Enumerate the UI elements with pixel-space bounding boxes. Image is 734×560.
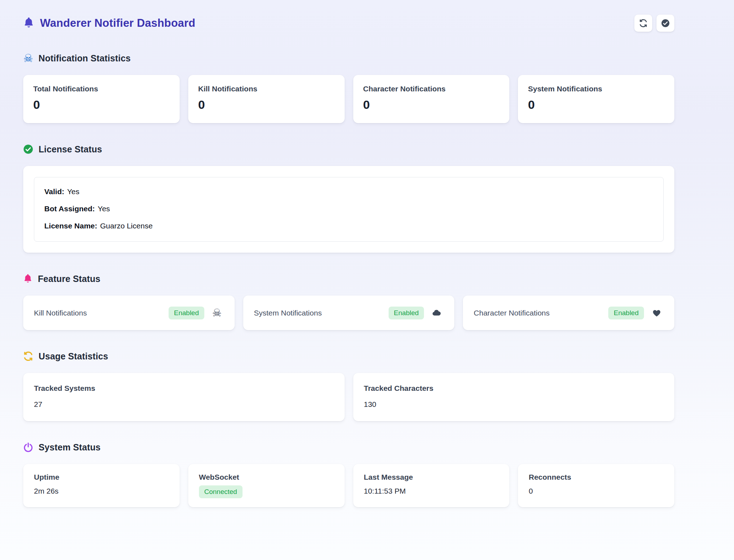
section-usage-statistics: Usage Statistics Tracked Systems 27 Trac… <box>23 350 674 421</box>
heart-icon <box>652 308 661 318</box>
usage-card-tracked-characters: Tracked Characters 130 <box>353 373 675 421</box>
feature-label: System Notifications <box>254 309 322 317</box>
refresh-button[interactable] <box>634 15 652 32</box>
sync-icon <box>639 19 648 27</box>
skull-crossbones-icon: ☠ <box>23 53 33 64</box>
bell-icon <box>23 274 33 284</box>
stat-label: Total Notifications <box>33 85 170 93</box>
system-card-uptime: Uptime 2m 26s <box>23 464 180 507</box>
section-notification-statistics: ☠ Notification Statistics Total Notifica… <box>23 52 674 123</box>
system-value: 0 <box>529 487 664 495</box>
section-heading: Feature Status <box>23 273 674 285</box>
title-wrap: Wanderer Notifier Dashboard <box>23 17 195 30</box>
feature-card-character-notifications: Character Notifications Enabled <box>463 296 674 330</box>
license-field-label: Valid: <box>44 187 64 196</box>
license-field-value: Guarzo License <box>100 222 153 230</box>
stat-value: 0 <box>528 98 664 112</box>
system-label: Last Message <box>364 473 499 481</box>
license-name-row: License Name:Guarzo License <box>44 221 653 230</box>
license-card: Valid:Yes Bot Assigned:Yes License Name:… <box>23 166 674 253</box>
sync-icon <box>23 351 33 361</box>
license-field-label: Bot Assigned: <box>44 205 95 213</box>
system-value: 2m 26s <box>34 487 169 495</box>
stat-label: Character Notifications <box>363 85 500 93</box>
license-field-value: Yes <box>98 205 110 213</box>
header-actions <box>634 15 674 32</box>
status-badge: Enabled <box>169 307 204 319</box>
usage-value: 130 <box>364 400 664 409</box>
section-heading: ☠ Notification Statistics <box>23 52 674 64</box>
skull-crossbones-icon: ☠ <box>212 308 222 318</box>
websocket-status-badge: Connected <box>199 485 243 498</box>
dashboard-page: Wanderer Notifier Dashboard <box>0 0 734 560</box>
section-title: System Status <box>39 442 101 453</box>
section-heading: System Status <box>23 441 674 453</box>
stat-card-system-notifications: System Notifications 0 <box>518 75 674 123</box>
system-label: Uptime <box>34 473 169 481</box>
check-circle-icon <box>661 19 670 27</box>
stat-card-kill-notifications: Kill Notifications 0 <box>188 75 345 123</box>
feature-card-system-notifications: System Notifications Enabled <box>243 296 455 330</box>
stat-value: 0 <box>33 98 170 112</box>
stat-card-total-notifications: Total Notifications 0 <box>23 75 180 123</box>
cloud-icon <box>432 308 441 318</box>
status-badge: Enabled <box>608 307 644 319</box>
section-feature-status: Feature Status Kill Notifications Enable… <box>23 273 674 330</box>
stat-label: System Notifications <box>528 85 664 93</box>
license-details-box: Valid:Yes Bot Assigned:Yes License Name:… <box>34 177 664 242</box>
feature-label: Kill Notifications <box>34 309 87 317</box>
section-title: Feature Status <box>38 274 100 284</box>
license-field-value: Yes <box>67 187 79 196</box>
section-title: License Status <box>39 144 102 155</box>
status-badge: Enabled <box>389 307 424 319</box>
feature-card-kill-notifications: Kill Notifications Enabled ☠ <box>23 296 235 330</box>
page-title: Wanderer Notifier Dashboard <box>40 17 195 30</box>
stat-value: 0 <box>198 98 335 112</box>
check-circle-icon <box>23 144 33 154</box>
stat-label: Kill Notifications <box>198 85 335 93</box>
section-title: Notification Statistics <box>39 53 131 64</box>
license-field-label: License Name: <box>44 222 97 230</box>
status-check-button[interactable] <box>656 15 674 32</box>
section-heading: License Status <box>23 143 674 155</box>
usage-label: Tracked Systems <box>34 384 334 393</box>
section-title: Usage Statistics <box>39 351 108 362</box>
license-valid-row: Valid:Yes <box>44 187 653 196</box>
system-label: WebSocket <box>199 473 334 481</box>
section-system-status: System Status Uptime 2m 26s WebSocket Co… <box>23 441 674 507</box>
system-card-reconnects: Reconnects 0 <box>518 464 674 507</box>
system-label: Reconnects <box>529 473 664 481</box>
stat-card-character-notifications: Character Notifications 0 <box>353 75 510 123</box>
feature-label: Character Notifications <box>474 309 549 317</box>
power-icon <box>23 442 33 452</box>
stat-value: 0 <box>363 98 500 112</box>
section-license-status: License Status Valid:Yes Bot Assigned:Ye… <box>23 143 674 253</box>
usage-label: Tracked Characters <box>364 384 664 393</box>
system-card-last-message: Last Message 10:11:53 PM <box>353 464 510 507</box>
usage-card-tracked-systems: Tracked Systems 27 <box>23 373 345 421</box>
system-value: 10:11:53 PM <box>364 487 499 495</box>
bell-icon <box>23 17 34 29</box>
system-card-websocket: WebSocket Connected <box>188 464 345 507</box>
header: Wanderer Notifier Dashboard <box>23 14 674 32</box>
license-bot-assigned-row: Bot Assigned:Yes <box>44 204 653 213</box>
section-heading: Usage Statistics <box>23 350 674 362</box>
usage-value: 27 <box>34 400 334 409</box>
